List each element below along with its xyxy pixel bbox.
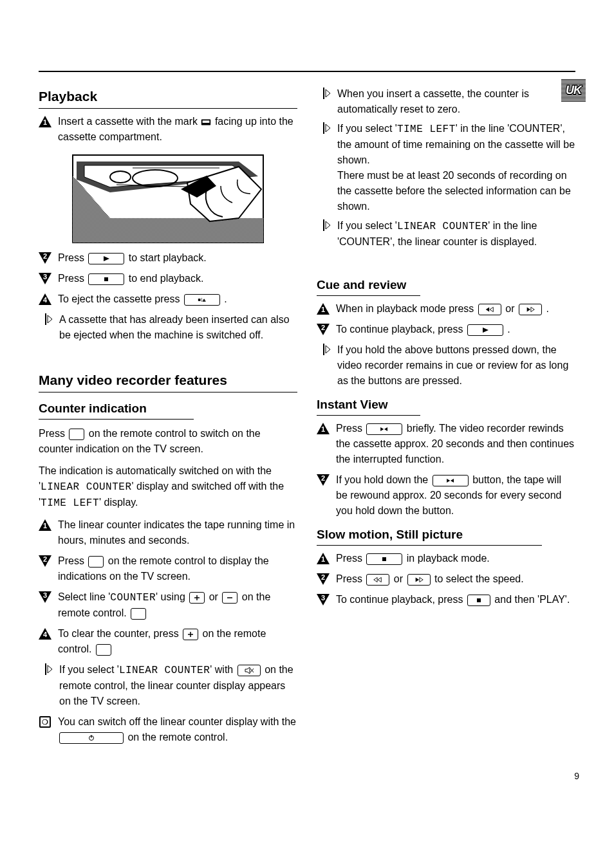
step-3-text: Press to end playback.: [58, 271, 297, 286]
svg-marker-40: [326, 221, 330, 229]
right-hint-2-text: If you select 'TIME LEFT' in the line 'C…: [337, 121, 575, 214]
svg-rect-17: [198, 299, 201, 301]
step-marker-4b: 4: [39, 627, 51, 640]
t: .: [546, 303, 548, 314]
instant-view-button-icon-2: [433, 475, 469, 486]
cue-step-2-text: To continue playback, press .: [336, 322, 575, 337]
linear-counter-label: LINEAR COUNTER: [41, 481, 131, 493]
linear-counter-label-r: LINEAR COUNTER: [397, 221, 488, 232]
hint-eject-off: A cassette that has already been inserte…: [39, 312, 297, 343]
counter-hint-1: If you select 'LINEAR COUNTER' with on t…: [39, 662, 297, 709]
t: or: [394, 573, 403, 584]
bullet-icon: [323, 219, 332, 231]
slow-step-3-text: To continue playback, press and then 'PL…: [336, 592, 575, 607]
cassette-illustration: [71, 154, 265, 244]
instant-step-2-text: If you hold down the button, the tape wi…: [336, 472, 575, 519]
bullet-icon: [323, 122, 332, 134]
t: Press: [58, 252, 84, 263]
pause-button-icon: [366, 553, 402, 565]
right-column: When you insert a cassette, the counter …: [317, 82, 575, 750]
svg-marker-54: [378, 577, 381, 582]
svg-marker-49: [384, 427, 387, 431]
t: display and switched off with the: [136, 481, 284, 492]
step-marker-2b: 2: [39, 555, 51, 568]
left-column: Playback 1 Insert a cassette with the ma…: [39, 82, 297, 750]
step-marker-1c: 1: [317, 302, 330, 315]
right-hint-3: If you select 'LINEAR COUNTER' in the li…: [317, 218, 575, 250]
step-marker-1b: 1: [39, 519, 51, 531]
instant-step-1: 1 Press briefly. The video recorder rewi…: [317, 421, 575, 467]
step-marker-1d: 1: [317, 422, 330, 435]
play-button-icon-2: [467, 324, 503, 336]
plus-button-icon: [189, 592, 205, 604]
play-button-icon: [88, 253, 124, 264]
sub-instant-title: Instant View: [317, 398, 420, 416]
svg-rect-28: [45, 663, 46, 675]
counter-label: COUNTER: [110, 592, 156, 604]
time-left-label: TIME LEFT: [41, 497, 99, 509]
t: Press: [58, 273, 84, 284]
step-marker-sq: ❍: [39, 716, 51, 728]
svg-marker-48: [381, 427, 384, 431]
svg-marker-47: [326, 346, 330, 353]
t: to end playback.: [129, 273, 204, 284]
counter-step-1-text: The linear counter indicates the tape ru…: [58, 517, 297, 548]
step-marker-3e: 3: [317, 593, 330, 606]
svg-rect-20: [203, 301, 206, 302]
counter-step-2-text: Press on the remote control to display t…: [58, 553, 297, 584]
svg-marker-36: [326, 89, 330, 97]
right-hint-2: If you select 'TIME LEFT' in the line 'C…: [317, 121, 575, 214]
time-left-label-r: TIME LEFT: [397, 124, 456, 135]
step-1-text: Insert a cassette with the mark facing u…: [58, 114, 297, 145]
box-button-icon: [69, 429, 84, 440]
t: To clear the counter, press: [58, 628, 179, 639]
t: To eject the cassette press: [58, 293, 180, 304]
t: To continue playback, press: [336, 324, 463, 335]
t: When in playback mode press: [336, 303, 474, 314]
two-column-layout: Playback 1 Insert a cassette with the ma…: [39, 82, 575, 750]
counter-step-sq: ❍ You can switch off the linear counter …: [39, 714, 297, 745]
slow-step-1-text: Press in playback mode.: [336, 551, 575, 566]
cue-hint-1: If you hold the above buttons pressed do…: [317, 342, 575, 389]
svg-rect-16: [104, 277, 108, 281]
counter-step-4: 4 To clear the counter, press on the rem…: [39, 626, 297, 657]
t: to start playback.: [129, 252, 207, 263]
rewind-button-icon: [478, 304, 501, 315]
counter-intro-2: The indication is automatically switched…: [39, 463, 297, 511]
step-marker-3b: 3: [39, 591, 51, 604]
section-playback-title: Playback: [39, 89, 297, 109]
svg-rect-1: [203, 120, 210, 123]
cue-step-1-text: When in playback mode press or .: [336, 301, 575, 317]
step-marker-1e: 1: [317, 552, 330, 565]
sub-counter-title: Counter indication: [39, 402, 194, 420]
svg-rect-21: [45, 313, 46, 325]
step-marker-2c: 2: [317, 323, 330, 336]
step-2-play: 2 Press to start playback.: [39, 250, 297, 266]
t: .: [224, 293, 227, 304]
t: display.: [104, 497, 138, 508]
section-features-title: Many video recorder features: [39, 373, 297, 392]
slow-step-3: 3 To continue playback, press and then '…: [317, 592, 575, 607]
bullet-icon: [323, 88, 332, 99]
standby-button-icon: [59, 732, 124, 744]
svg-rect-52: [382, 557, 386, 561]
counter-intro-1: Press on the remote control to switch on…: [39, 426, 297, 457]
svg-marker-45: [483, 328, 488, 333]
bullet-icon: [45, 663, 54, 675]
bullet-icon: [45, 313, 54, 325]
svg-marker-50: [447, 479, 450, 483]
cue-step-1: 1 When in playback mode press or .: [317, 301, 575, 317]
svg-marker-55: [415, 577, 418, 582]
slow-step-2: 2 Press or to select the speed.: [317, 571, 575, 587]
cassette-small-icon: [200, 118, 212, 127]
counter-step-4-text: To clear the counter, press on the remot…: [58, 626, 297, 657]
slow-step-1: 1 Press in playback mode.: [317, 551, 575, 566]
t: .: [507, 324, 510, 335]
t: To continue playback, press: [336, 594, 463, 605]
cue-step-2: 2 To continue playback, press .: [317, 322, 575, 337]
t: You can switch off the linear counter di…: [58, 716, 296, 727]
t: Press: [336, 423, 362, 434]
t: to select the speed.: [434, 573, 524, 584]
sub-slow-title: Slow motion, Still picture: [317, 528, 542, 546]
step-marker-4: 4: [39, 293, 51, 306]
